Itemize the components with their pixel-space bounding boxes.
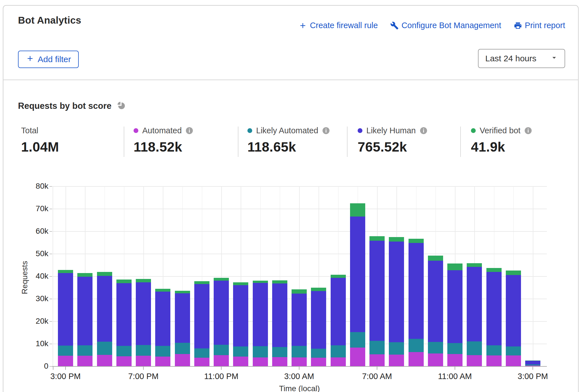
bar-segment-likely-automated	[155, 346, 170, 357]
bar-segment-verified-bot	[486, 268, 502, 272]
bar-segment-likely-human	[214, 281, 229, 345]
time-range-dropdown[interactable]: Last 24 hours	[478, 49, 565, 68]
wrench-icon	[390, 21, 399, 30]
bar-segment-automated	[214, 355, 229, 366]
bar-segment-likely-human	[428, 261, 443, 342]
stat-automated: Automated 118.52k	[134, 126, 193, 155]
info-icon[interactable]	[524, 127, 532, 134]
bar-segment-automated	[331, 357, 346, 366]
bar-segment-likely-automated	[350, 332, 365, 348]
bar-segment-automated	[194, 358, 209, 366]
automated-legend-dot	[134, 128, 138, 133]
bar-segment-likely-human	[272, 283, 287, 347]
bar-segment-automated	[506, 355, 521, 366]
bar-segment-automated	[77, 356, 93, 366]
bar-segment-verified-bot	[77, 273, 93, 277]
bar-segment-verified-bot	[389, 237, 404, 242]
bar-segment-likely-automated	[525, 364, 540, 365]
bar-segment-likely-human	[77, 277, 93, 345]
bar-segment-likely-automated	[506, 346, 521, 355]
y-tick-label: 40k	[15, 272, 48, 281]
bar-segment-likely-human	[350, 217, 365, 332]
bar-segment-likely-automated	[272, 347, 287, 357]
bar-segment-likely-automated	[233, 346, 248, 356]
info-icon[interactable]	[420, 127, 427, 134]
bar-segment-likely-automated	[486, 345, 502, 355]
bar-segment-likely-human	[194, 284, 209, 348]
stat-total-value: 1.04M	[21, 139, 59, 155]
bar-segment-automated	[447, 354, 463, 366]
y-tick-label: 70k	[15, 204, 48, 213]
x-tick-label: 7:00 PM	[112, 372, 174, 381]
bar-segment-automated	[292, 357, 307, 366]
bar-segment-likely-human	[116, 283, 132, 346]
section-title-row: Requests by bot score	[18, 101, 126, 111]
bar-segment-likely-automated	[331, 345, 346, 357]
bar-segment-verified-bot	[292, 289, 307, 294]
x-tick-mark	[221, 367, 222, 370]
info-icon[interactable]	[186, 127, 193, 134]
bar-segment-likely-human	[233, 285, 248, 346]
bar-segment-automated	[58, 356, 73, 366]
pie-chart-icon	[116, 101, 126, 111]
info-icon[interactable]	[322, 127, 330, 134]
bar-segment-automated	[97, 355, 112, 366]
create-firewall-rule-link[interactable]: Create firewall rule	[299, 21, 378, 30]
likely-automated-legend-dot	[247, 128, 252, 133]
stat-verified-bot: Verified bot 41.9k	[471, 126, 532, 155]
bar-segment-automated	[116, 356, 132, 366]
requests-by-bot-score-chart	[52, 186, 547, 366]
bar-segment-verified-bot	[525, 361, 540, 361]
stat-divider	[124, 127, 124, 157]
bar-segment-likely-human	[506, 275, 521, 346]
bar-segment-verified-bot	[233, 282, 248, 285]
plus-icon	[299, 21, 307, 30]
stat-divider	[347, 127, 348, 157]
stat-total: Total 1.04M	[21, 126, 59, 155]
y-tick-label: 50k	[15, 249, 48, 258]
bar-segment-likely-human	[292, 294, 307, 346]
y-tick-mark	[49, 276, 52, 277]
bar-segment-likely-human	[253, 283, 268, 346]
bar-segment-likely-human	[331, 278, 346, 345]
x-tick-label: 3:00 AM	[268, 372, 330, 381]
add-filter-button[interactable]: Add filter	[18, 51, 79, 68]
bar-segment-verified-bot	[58, 270, 73, 273]
bar-segment-verified-bot	[311, 288, 326, 291]
configure-bot-management-link[interactable]: Configure Bot Management	[390, 21, 501, 30]
y-tick-mark	[49, 231, 52, 232]
x-axis-title: Time (local)	[271, 384, 328, 392]
bar-segment-likely-automated	[292, 346, 307, 357]
configure-bot-management-label: Configure Bot Management	[401, 21, 501, 30]
bar-segment-verified-bot	[194, 281, 209, 284]
stat-likely-automated-value: 118.65k	[247, 139, 330, 155]
y-tick-label: 10k	[15, 339, 48, 348]
bar-segment-automated	[175, 354, 190, 366]
print-report-link[interactable]: Print report	[514, 21, 565, 30]
y-tick-mark	[49, 321, 52, 322]
bot-analytics-page: Bot Analytics Create firewall rule Confi…	[0, 0, 582, 392]
bar-segment-likely-automated	[194, 348, 209, 358]
page-title: Bot Analytics	[18, 15, 81, 26]
y-tick-mark	[49, 366, 52, 367]
bar-segment-automated	[486, 355, 502, 366]
bar-segment-verified-bot	[447, 263, 463, 270]
bar-segment-automated	[467, 355, 482, 366]
bar-segment-likely-human	[486, 272, 502, 345]
print-report-label: Print report	[525, 21, 565, 30]
bar-segment-verified-bot	[116, 280, 132, 283]
bar-segment-likely-automated	[136, 345, 151, 356]
bar-segment-likely-automated	[58, 346, 73, 356]
bar-segment-verified-bot	[350, 203, 365, 217]
x-tick-label: 7:00 AM	[346, 372, 408, 381]
stat-total-label: Total	[21, 126, 38, 135]
header-actions: Create firewall rule Configure Bot Manag…	[299, 21, 565, 30]
likely-human-legend-dot	[358, 128, 362, 133]
x-tick-label: 11:00 PM	[190, 372, 252, 381]
bar-segment-likely-automated	[253, 346, 268, 357]
x-tick-mark	[455, 367, 455, 370]
chevron-down-icon	[550, 53, 558, 64]
y-tick-label: 60k	[15, 227, 48, 236]
y-tick-mark	[49, 344, 52, 344]
bar-segment-likely-automated	[369, 341, 385, 354]
